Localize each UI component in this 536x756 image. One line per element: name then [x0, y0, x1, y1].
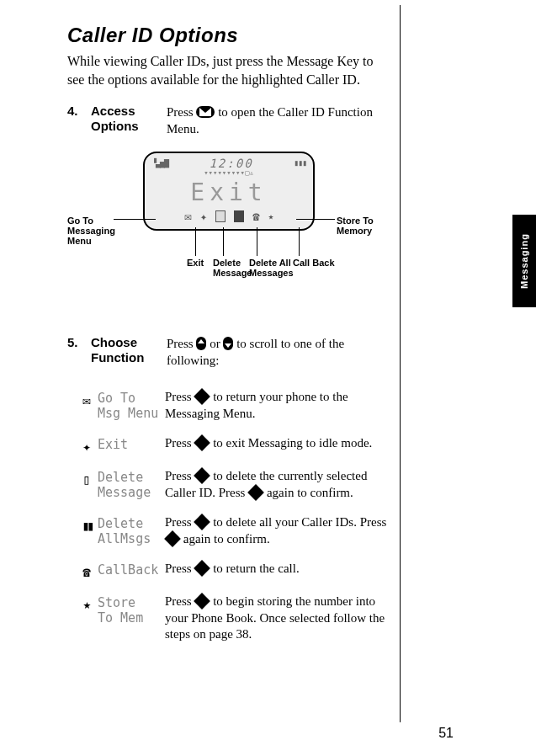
- fn-label: CallBack: [98, 561, 165, 578]
- msg-menu-icon: ✉: [76, 389, 98, 408]
- lcd-slider: ▾▾▾▾▾▾▾▾▾▢▵: [145, 168, 313, 177]
- step-desc: Press or to scroll to one of the followi…: [167, 335, 387, 370]
- fn-desc: Press to delete all your Caller IDs. Pre…: [165, 514, 395, 547]
- step-5: 5. Choose Function Press or to scroll to…: [67, 335, 387, 370]
- fn-desc: Press to begin storing the number into y…: [165, 594, 395, 643]
- function-list: ✉ Go To Msg Menu Press to return your ph…: [67, 389, 494, 643]
- step-number: 4.: [67, 104, 91, 138]
- fn-desc: Press to return the call.: [165, 561, 395, 578]
- delete-icon: ▯: [76, 468, 98, 487]
- select-key-icon: [247, 484, 264, 501]
- fn-desc: Press to return your phone to the Messag…: [165, 389, 395, 422]
- lcd-delete-icon: [215, 210, 226, 222]
- callout-line: [296, 219, 335, 220]
- fn-desc: Press to delete the currently selected C…: [165, 468, 395, 501]
- fn-callback: ☎ CallBack Press to return the call.: [76, 561, 395, 580]
- select-key-icon: [194, 514, 211, 530]
- exit-icon: ✦: [76, 435, 98, 455]
- signal-icon: ▝▃▅▇: [151, 158, 168, 168]
- callout-exit: Exit: [187, 258, 204, 268]
- callout-line: [299, 227, 300, 256]
- fn-label: Delete AllMsgs: [98, 514, 165, 546]
- step-number: 5.: [67, 335, 91, 370]
- step-label: Choose Function: [91, 335, 167, 370]
- fn-label: Exit: [98, 435, 165, 452]
- callout-callback: Call Back: [293, 258, 335, 268]
- callout-line: [195, 227, 196, 256]
- select-key-icon: [194, 560, 211, 577]
- side-tab: Messaging: [512, 215, 536, 307]
- fn-delete: ▯ Delete Message Press to delete the cur…: [76, 468, 395, 501]
- lcd-diagram: ▝▃▅▇ 12:00 ▮▮▮ ▾▾▾▾▾▾▾▾▾▢▵ Exit ✉ ✦ ☎ ⭑ …: [67, 150, 387, 310]
- message-key-icon: [196, 106, 215, 118]
- callout-store: Store To Memory: [337, 216, 387, 236]
- fn-label: Delete Message: [98, 468, 165, 500]
- lcd-deleteall-icon: [234, 210, 244, 222]
- fn-goto: ✉ Go To Msg Menu Press to return your ph…: [76, 389, 395, 422]
- select-key-icon: [194, 593, 211, 610]
- callback-icon: ☎: [76, 561, 98, 580]
- vertical-divider: [400, 5, 401, 722]
- select-key-icon: [194, 388, 211, 405]
- step-desc: Press to open the Caller ID Function Men…: [167, 104, 387, 138]
- page-number: 51: [438, 726, 454, 741]
- lcd-store-icon: ⭑: [268, 210, 273, 224]
- fn-desc: Press to exit Messaging to idle mode.: [165, 435, 395, 452]
- select-key-icon: [164, 530, 181, 547]
- step-label: Access Options: [91, 104, 167, 138]
- fn-label: Go To Msg Menu: [98, 389, 165, 421]
- page: Messaging 51 Caller ID Options While vie…: [0, 0, 536, 756]
- up-arrow-icon: [196, 337, 206, 350]
- lcd-screen: ▝▃▅▇ 12:00 ▮▮▮ ▾▾▾▾▾▾▾▾▾▢▵ Exit ✉ ✦ ☎ ⭑: [143, 152, 315, 231]
- intro-text: While viewing Caller IDs, just press the…: [67, 52, 387, 88]
- lcd-big-text: Exit: [145, 178, 313, 206]
- select-key-icon: [194, 467, 211, 484]
- callout-delete-all: Delete All Messages: [249, 258, 295, 278]
- step-4: 4. Access Options Press to open the Call…: [67, 104, 387, 138]
- fn-exit: ✦ Exit Press to exit Messaging to idle m…: [76, 435, 395, 455]
- lcd-icon-row: ✉ ✦ ☎ ⭑: [145, 208, 313, 224]
- lcd-exit-icon: ✦: [200, 210, 207, 223]
- delete-all-icon: ▮▮: [76, 514, 98, 534]
- store-icon: ⭑: [76, 594, 98, 613]
- down-arrow-icon: [223, 337, 233, 350]
- select-key-icon: [194, 434, 211, 451]
- fn-label: Store To Mem: [98, 594, 165, 626]
- callout-goto-menu: Go To Messaging Menu: [67, 216, 118, 246]
- callout-delete: Delete Message: [213, 258, 253, 278]
- lcd-goto-icon: ✉: [184, 210, 191, 223]
- fn-delete-all: ▮▮ Delete AllMsgs Press to delete all yo…: [76, 514, 395, 547]
- callout-line: [114, 219, 156, 220]
- callout-line: [257, 227, 257, 256]
- callout-line: [223, 227, 224, 256]
- battery-icon: ▮▮▮: [294, 158, 306, 168]
- page-title: Caller ID Options: [67, 24, 494, 47]
- lcd-callback-icon: ☎: [252, 210, 259, 223]
- fn-store: ⭑ Store To Mem Press to begin storing th…: [76, 594, 395, 643]
